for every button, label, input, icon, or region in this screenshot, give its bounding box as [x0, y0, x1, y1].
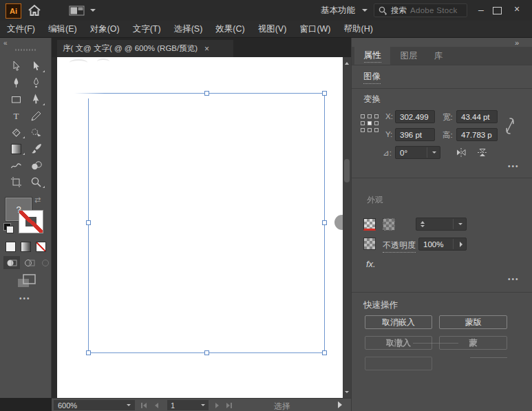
selection-handle-bottom-center[interactable]	[204, 350, 209, 355]
gradient-swatch-button[interactable]	[21, 242, 31, 252]
selection-handle-mid-left[interactable]	[86, 220, 91, 225]
selection-handle-top-right[interactable]	[322, 91, 327, 96]
artboard-tool[interactable]	[6, 173, 26, 190]
stroke-weight-stepper[interactable]	[416, 218, 467, 231]
vertical-scrollbar[interactable]	[343, 57, 351, 398]
scroll-down-icon[interactable]	[345, 391, 349, 393]
menu-item-file[interactable]: 文件(F)	[7, 23, 35, 35]
color-swatch-button[interactable]	[6, 242, 16, 252]
mask-button[interactable]: 蒙版	[439, 315, 507, 329]
constrain-proportions-broken-link-icon[interactable]	[504, 116, 516, 136]
menu-item-effect[interactable]: 效果(C)	[215, 23, 244, 35]
menu-item-type[interactable]: 文字(T)	[133, 23, 161, 35]
x-input[interactable]: 302.499	[395, 110, 435, 123]
rectangle-tool[interactable]	[6, 91, 26, 107]
close-button[interactable]: ×	[509, 3, 524, 14]
stroke-swatch[interactable]	[383, 218, 395, 231]
fx-effects-button[interactable]: fx.	[366, 259, 376, 269]
reference-point-grid-icon[interactable]	[361, 114, 380, 134]
toolbar-more-button[interactable]: •••	[19, 295, 31, 302]
screen-mode-button[interactable]	[17, 273, 37, 290]
draw-behind-mode-button[interactable]	[21, 256, 38, 269]
selection-handle-bottom-right[interactable]	[322, 350, 327, 355]
opacity-expand-chevron-icon[interactable]	[460, 242, 462, 247]
transform-more-options-button[interactable]: •••	[508, 162, 520, 170]
workspace-chevron-down-icon[interactable]	[90, 9, 96, 12]
title-bar: Ai 基本功能 搜索	[0, 0, 532, 21]
toolbar-collapse-button[interactable]: «	[3, 39, 7, 47]
stroke-color-well[interactable]	[19, 210, 43, 233]
first-artboard-button[interactable]	[141, 403, 147, 408]
curvature-tool[interactable]	[26, 74, 46, 91]
menu-item-edit[interactable]: 编辑(E)	[48, 23, 77, 35]
tab-layers[interactable]: 图层	[393, 47, 425, 65]
search-input[interactable]: 搜索 Adobe Stock	[374, 3, 467, 17]
glitched-empty-button[interactable]	[365, 357, 432, 370]
none-swatch-button[interactable]	[36, 242, 46, 252]
width-tool[interactable]	[6, 157, 26, 173]
pen-tool[interactable]	[6, 74, 26, 91]
panel-tab-bar: 属性 图层 库	[352, 47, 532, 65]
paintbrush-tool[interactable]	[26, 140, 46, 157]
previous-artboard-button[interactable]	[155, 403, 158, 408]
draw-normal-mode-button[interactable]	[3, 256, 20, 269]
opacity-label[interactable]: 不透明度	[383, 240, 416, 253]
rotation-angle-dropdown[interactable]: 0°	[395, 146, 440, 159]
fill-swatch[interactable]	[363, 218, 376, 231]
selection-handle-bottom-left[interactable]	[86, 350, 91, 355]
unembed-button[interactable]: 取消嵌入	[365, 315, 432, 329]
appearance-more-options-button[interactable]: •••	[508, 275, 520, 283]
glitched-mask-button[interactable]: 蒙	[439, 336, 507, 350]
opacity-input[interactable]: 100%	[418, 238, 467, 251]
menu-item-help[interactable]: 帮助(H)	[344, 23, 373, 35]
artboard-number-dropdown[interactable]: 1	[167, 400, 209, 410]
menu-item-select[interactable]: 选择(S)	[174, 23, 203, 35]
pencil-tool[interactable]	[26, 107, 46, 124]
menu-item-object[interactable]: 对象(O)	[90, 23, 120, 35]
artboard-canvas[interactable]	[57, 57, 343, 398]
menu-item-window[interactable]: 窗口(W)	[299, 23, 330, 35]
toolbar-grip-handle[interactable]	[15, 49, 37, 51]
zoom-tool[interactable]	[26, 173, 46, 190]
y-input[interactable]: 396 pt	[395, 128, 435, 141]
opacity-swatch[interactable]	[363, 238, 376, 250]
status-bar-expand-icon[interactable]	[338, 401, 342, 408]
minimize-button[interactable]: –	[474, 4, 489, 15]
tab-properties[interactable]: 属性	[354, 47, 390, 65]
search-icon	[379, 6, 387, 15]
tab-libraries[interactable]: 库	[427, 47, 449, 65]
flip-horizontal-icon[interactable]	[455, 147, 467, 158]
next-artboard-button[interactable]	[215, 403, 219, 408]
panel-collapse-button[interactable]: »	[515, 39, 518, 47]
eraser-tool[interactable]	[6, 124, 26, 140]
default-fill-stroke-icon[interactable]	[3, 223, 13, 233]
document-tab[interactable]: 序( 文@ 文字( @ @ 600% (RGB/预览) ×	[57, 40, 233, 57]
stepper-up-icon[interactable]	[421, 221, 425, 224]
height-input[interactable]: 47.783 p	[456, 128, 498, 141]
flip-vertical-icon[interactable]	[476, 147, 489, 158]
workspace-switcher-icon[interactable]	[69, 6, 85, 16]
workspace-mode-button[interactable]: 基本功能	[321, 5, 355, 17]
maximize-button[interactable]	[493, 7, 502, 14]
selection-tool[interactable]	[26, 58, 46, 74]
magic-wand-tool[interactable]	[26, 124, 46, 140]
free-transform-tool[interactable]	[26, 91, 46, 107]
home-icon[interactable]	[28, 4, 41, 17]
width-input[interactable]: 43.44 pt	[456, 110, 498, 123]
stepper-down-icon[interactable]	[421, 225, 425, 227]
shape-builder-tool[interactable]	[26, 157, 46, 173]
height-label: 高:	[443, 130, 453, 140]
gradient-tool[interactable]	[6, 140, 26, 157]
swap-fill-stroke-icon[interactable]: ⇄	[34, 196, 41, 204]
stroke-unit-chevron-down-icon[interactable]	[458, 223, 462, 225]
tab-close-icon[interactable]: ×	[204, 44, 209, 54]
selection-handle-mid-right[interactable]	[322, 220, 327, 225]
zoom-level-dropdown[interactable]: 600%	[54, 400, 135, 410]
direct-selection-tool[interactable]	[6, 58, 26, 74]
type-tool[interactable]: T	[6, 107, 26, 124]
menu-item-view[interactable]: 视图(V)	[258, 23, 287, 35]
workspace-mode-chevron-down-icon[interactable]	[362, 9, 368, 12]
scrollbar-thumb[interactable]	[344, 159, 350, 182]
selection-handle-top-center[interactable]	[204, 91, 209, 96]
scroll-up-icon[interactable]	[345, 62, 349, 65]
